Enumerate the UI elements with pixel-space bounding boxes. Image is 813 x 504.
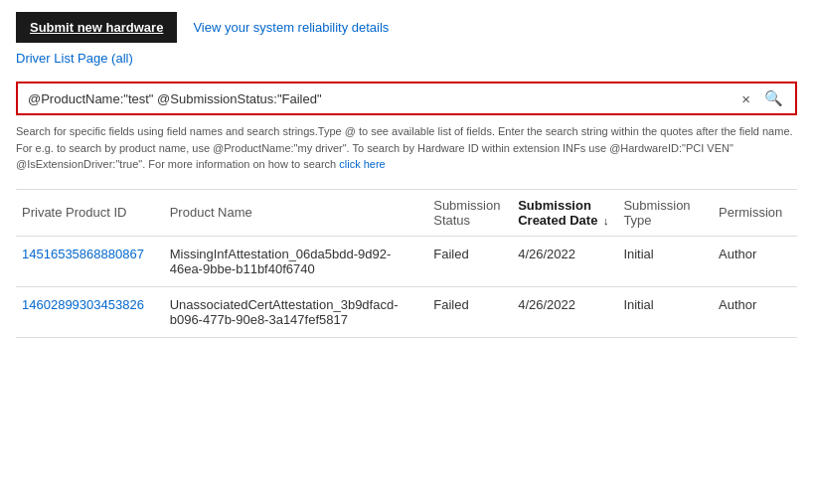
cell-submission-created-date: 4/26/2022	[512, 286, 617, 337]
clear-icon: ×	[741, 90, 750, 107]
cell-private-id: 14602899303453826	[16, 286, 164, 337]
cell-submission-status: Failed	[427, 236, 512, 286]
reliability-link[interactable]: View your system reliability details	[193, 20, 389, 35]
driver-list-link[interactable]: Driver List Page (all)	[16, 51, 133, 66]
cell-submission-created-date: 4/26/2022	[512, 236, 617, 286]
search-hint: Search for specific fields using field n…	[16, 123, 797, 173]
search-hint-link[interactable]: click here	[339, 158, 385, 170]
cell-product-name: MissingInfAttestation_06da5bdd-9d92-46ea…	[164, 236, 428, 286]
cell-submission-type: Initial	[617, 286, 713, 337]
cell-submission-status: Failed	[427, 286, 512, 337]
search-container: × 🔍	[16, 82, 797, 115]
search-icon: 🔍	[764, 89, 783, 106]
search-input[interactable]	[28, 91, 739, 106]
table-row: 14516535868880867 MissingInfAttestation_…	[16, 236, 797, 286]
cell-permission: Author	[713, 286, 797, 337]
col-header-submission-status: Submission Status	[427, 189, 512, 236]
cell-product-name: UnassociatedCertAttestation_3b9dfacd-b09…	[164, 286, 428, 337]
col-header-submission-type: Submission Type	[617, 189, 713, 236]
clear-search-button[interactable]: ×	[739, 90, 752, 107]
results-table: Private Product ID Product Name Submissi…	[16, 189, 797, 338]
cell-private-id: 14516535868880867	[16, 236, 164, 286]
col-header-product-name: Product Name	[164, 189, 428, 236]
private-id-link[interactable]: 14602899303453826	[22, 297, 144, 312]
cell-submission-type: Initial	[617, 236, 713, 286]
search-icons: × 🔍	[739, 89, 785, 107]
search-button[interactable]: 🔍	[762, 89, 785, 107]
table-header-row: Private Product ID Product Name Submissi…	[16, 189, 797, 236]
col-header-private-id: Private Product ID	[16, 189, 164, 236]
table-row: 14602899303453826 UnassociatedCertAttest…	[16, 286, 797, 337]
col-header-permission: Permission	[713, 189, 797, 236]
table-body: 14516535868880867 MissingInfAttestation_…	[16, 236, 797, 337]
sort-arrow-icon: ↓	[603, 215, 609, 227]
col-header-submission-created-date[interactable]: Submission Created Date ↓	[512, 189, 617, 236]
search-hint-text: Search for specific fields using field n…	[16, 125, 793, 170]
private-id-link[interactable]: 14516535868880867	[22, 247, 144, 261]
header-actions: Submit new hardware View your system rel…	[16, 12, 797, 43]
cell-permission: Author	[713, 236, 797, 286]
submit-new-hardware-button[interactable]: Submit new hardware	[16, 12, 177, 43]
